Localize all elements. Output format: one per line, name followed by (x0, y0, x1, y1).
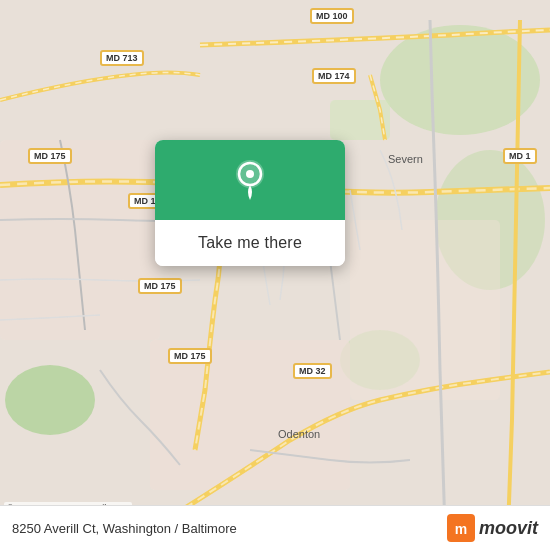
moovit-icon: m (447, 514, 475, 542)
road-label-md713: MD 713 (100, 50, 144, 66)
road-label-md1: MD 1 (503, 148, 537, 164)
map-svg (0, 0, 550, 550)
address-text: 8250 Averill Ct, Washington / Baltimore (12, 521, 237, 536)
place-label-odenton: Odenton (278, 428, 320, 440)
place-label-severn: Severn (388, 153, 423, 165)
location-popup: Take me there (155, 140, 345, 266)
popup-icon-area (155, 140, 345, 220)
svg-point-1 (380, 25, 540, 135)
svg-point-11 (246, 170, 254, 178)
road-label-md100: MD 100 (310, 8, 354, 24)
svg-point-3 (5, 365, 95, 435)
svg-rect-6 (0, 140, 160, 340)
svg-text:m: m (455, 521, 467, 537)
bottom-bar: 8250 Averill Ct, Washington / Baltimore … (0, 505, 550, 550)
road-label-md174: MD 174 (312, 68, 356, 84)
location-pin-icon (228, 158, 272, 202)
road-label-md175d: MD 175 (168, 348, 212, 364)
svg-rect-8 (350, 220, 500, 400)
moovit-logo: m moovit (447, 514, 538, 542)
moovit-brand-name: moovit (479, 518, 538, 539)
take-me-there-button[interactable]: Take me there (155, 220, 345, 266)
road-label-md175c: MD 175 (138, 278, 182, 294)
road-label-md32: MD 32 (293, 363, 332, 379)
road-label-md175a: MD 175 (28, 148, 72, 164)
map-background (0, 0, 550, 550)
map-container: MD 100 MD 713 MD 174 MD 175 MD 175 MD 17… (0, 0, 550, 550)
